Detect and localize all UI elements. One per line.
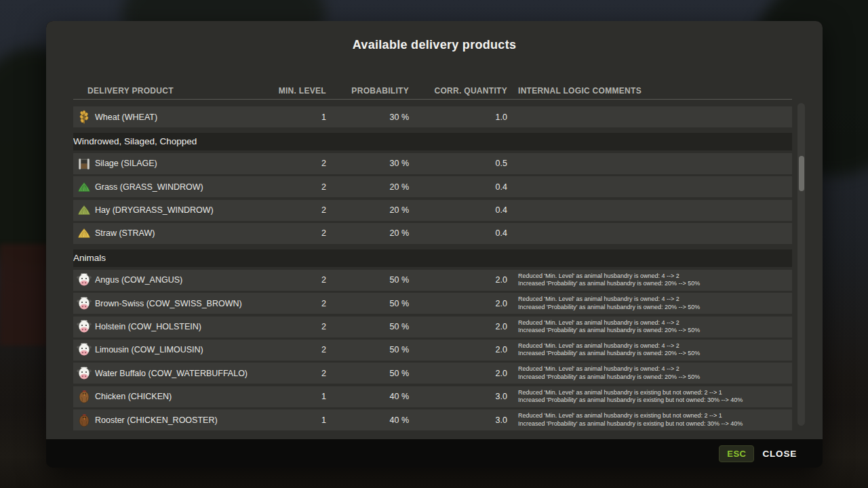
table-row: Angus (COW_ANGUS)250 %2.0Reduced 'Min. L…	[73, 270, 792, 291]
close-button[interactable]: ESC CLOSE	[719, 445, 797, 462]
corr-quantity-value: 2.0	[409, 345, 507, 354]
table-row: Chicken (CHICKEN)140 %3.0Reduced 'Min. L…	[73, 386, 792, 407]
internal-logic-comments: Reduced 'Min. Level' as animal husbandry…	[507, 296, 792, 311]
cow-icon	[73, 296, 95, 312]
product-name: Grass (GRASS_WINDROW)	[95, 182, 266, 192]
table-row: Rooster (CHICKEN_ROOSTER)140 %3.0Reduced…	[73, 409, 792, 430]
section-header: Animals	[73, 249, 792, 267]
corr-quantity-value: 2.0	[409, 299, 507, 308]
game-screen: Available delivery products DELIVERY PRO…	[0, 0, 868, 488]
chicken-icon	[73, 388, 95, 405]
min-level-value: 1	[266, 415, 326, 425]
comment-line: Increased 'Probability' as animal husban…	[518, 280, 792, 288]
internal-logic-comments: Reduced 'Min. Level' as animal husbandry…	[507, 319, 792, 335]
comment-line: Increased 'Probability' as animal husban…	[518, 350, 792, 358]
close-label[interactable]: CLOSE	[762, 449, 797, 459]
comment-line: Increased 'Probability' as animal husban…	[518, 373, 792, 382]
min-level-value: 2	[266, 345, 326, 354]
column-header-internal-logic-comments: INTERNAL LOGIC COMMENTS	[507, 86, 792, 96]
min-level-value: 2	[266, 182, 326, 192]
internal-logic-comments: Reduced 'Min. Level' as animal husbandry…	[507, 365, 792, 381]
comment-line: Increased 'Probability' as animal husban…	[518, 327, 792, 335]
table-row: Wheat (WHEAT)130 %1.0	[73, 106, 792, 127]
corr-quantity-value: 3.0	[409, 392, 507, 401]
dialog-footer: ESC CLOSE	[46, 439, 823, 468]
corr-quantity-value: 0.4	[409, 228, 507, 238]
cow-icon	[73, 365, 95, 382]
comment-line: Reduced 'Min. Level' as animal husbandry…	[518, 412, 792, 420]
product-name: Angus (COW_ANGUS)	[95, 275, 266, 285]
corr-quantity-value: 0.4	[409, 205, 507, 215]
table-body: Wheat (WHEAT)130 %1.0Windrowed, Silaged,…	[73, 106, 792, 437]
table-row: Hay (DRYGRASS_WINDROW)220 %0.4	[73, 200, 792, 221]
esc-key-badge[interactable]: ESC	[719, 445, 754, 462]
probability-value: 50 %	[326, 369, 409, 378]
internal-logic-comments: Reduced 'Min. Level' as animal husbandry…	[507, 342, 792, 358]
probability-value: 20 %	[326, 205, 409, 215]
cow-icon	[73, 319, 95, 335]
rooster-icon	[73, 412, 95, 428]
product-name: Straw (STRAW)	[95, 228, 266, 238]
probability-value: 40 %	[326, 415, 409, 425]
corr-quantity-value: 0.4	[409, 182, 507, 192]
table-row: Water Buffalo (COW_WATERBUFFALO)250 %2.0…	[73, 363, 792, 384]
min-level-value: 1	[266, 392, 326, 401]
comment-line: Increased 'Probability' as animal husban…	[518, 304, 792, 312]
wheat-icon	[73, 110, 95, 125]
straw-icon	[73, 226, 95, 241]
probability-value: 50 %	[326, 299, 409, 308]
grass-icon	[73, 180, 95, 195]
comment-line: Reduced 'Min. Level' as animal husbandry…	[518, 296, 792, 304]
probability-value: 20 %	[326, 228, 409, 238]
min-level-value: 2	[266, 275, 326, 285]
column-header-corr-quantity: CORR. QUANTITY	[409, 86, 507, 96]
internal-logic-comments: Reduced 'Min. Level' as animal husbandry…	[507, 272, 792, 288]
comment-line: Reduced 'Min. Level' as animal husbandry…	[518, 342, 792, 350]
comment-line: Reduced 'Min. Level' as animal husbandry…	[518, 365, 792, 373]
min-level-value: 1	[266, 113, 326, 122]
probability-value: 20 %	[326, 182, 409, 192]
scrollbar-track[interactable]	[797, 103, 805, 426]
comment-line: Reduced 'Min. Level' as animal husbandry…	[518, 319, 792, 327]
probability-value: 40 %	[326, 392, 409, 401]
probability-value: 30 %	[326, 159, 409, 168]
comment-line: Reduced 'Min. Level' as animal husbandry…	[518, 389, 792, 397]
min-level-value: 2	[266, 369, 326, 378]
product-name: Limousin (COW_LIMOUSIN)	[95, 345, 266, 354]
table-row: Limousin (COW_LIMOUSIN)250 %2.0Reduced '…	[73, 340, 792, 361]
scrollbar-thumb[interactable]	[799, 156, 804, 191]
product-name: Chicken (CHICKEN)	[95, 392, 266, 401]
table-row: Silage (SILAGE)230 %0.5	[73, 153, 792, 174]
cow-icon	[73, 342, 95, 358]
min-level-value: 2	[266, 299, 326, 308]
table-row: Holstein (COW_HOLSTEIN)250 %2.0Reduced '…	[73, 317, 792, 338]
min-level-value: 2	[266, 159, 326, 168]
table-header: DELIVERY PRODUCT MIN. LEVEL PROBABILITY …	[73, 82, 792, 100]
min-level-value: 2	[266, 228, 326, 238]
cabin-silhouette	[0, 244, 47, 346]
comment-line: Increased 'Probability' as animal husban…	[518, 420, 792, 428]
corr-quantity-value: 1.0	[409, 113, 507, 122]
cow-icon	[73, 272, 95, 288]
column-header-probability: PROBABILITY	[326, 86, 409, 96]
comment-line: Reduced 'Min. Level' as animal husbandry…	[518, 272, 792, 281]
column-header-min-level: MIN. LEVEL	[266, 86, 326, 96]
table-row: Straw (STRAW)220 %0.4	[73, 223, 792, 244]
min-level-value: 2	[266, 205, 326, 215]
min-level-value: 2	[266, 322, 326, 331]
comment-line: Increased 'Probability' as animal husban…	[518, 396, 792, 405]
hay-icon	[73, 203, 95, 218]
corr-quantity-value: 2.0	[409, 369, 507, 378]
dialog-content: Available delivery products DELIVERY PRO…	[46, 21, 823, 439]
product-name: Hay (DRYGRASS_WINDROW)	[95, 205, 266, 215]
product-name: Silage (SILAGE)	[95, 159, 266, 168]
corr-quantity-value: 2.0	[409, 275, 507, 285]
table-row: Grass (GRASS_WINDROW)220 %0.4	[73, 176, 792, 197]
probability-value: 30 %	[326, 113, 409, 122]
internal-logic-comments: Reduced 'Min. Level' as animal husbandry…	[507, 412, 792, 428]
product-name: Wheat (WHEAT)	[95, 113, 266, 122]
probability-value: 50 %	[326, 345, 409, 354]
product-name: Rooster (CHICKEN_ROOSTER)	[95, 415, 266, 425]
product-name: Water Buffalo (COW_WATERBUFFALO)	[95, 369, 266, 378]
table-row: Brown-Swiss (COW_SWISS_BROWN)250 %2.0Red…	[73, 293, 792, 314]
